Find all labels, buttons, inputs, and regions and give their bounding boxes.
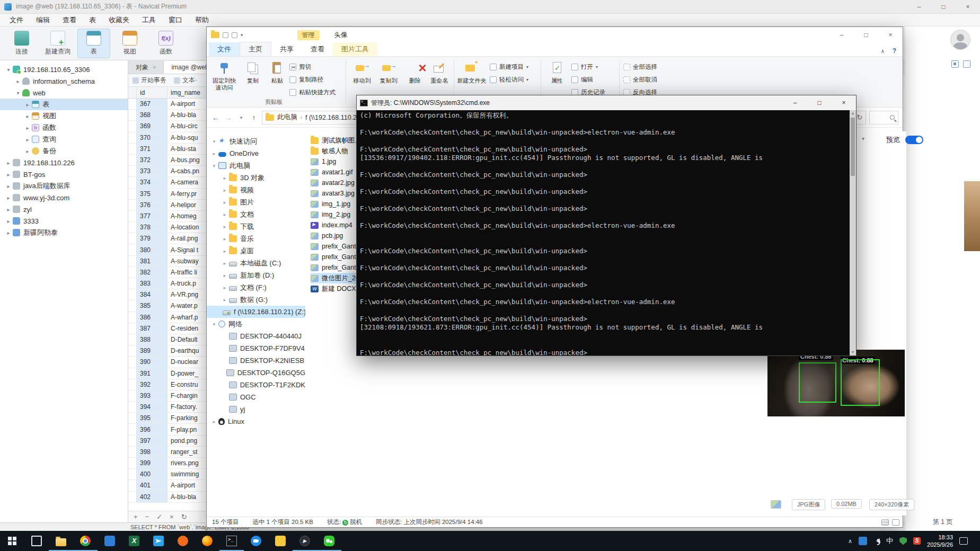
toolbar-button[interactable]: 视图: [113, 29, 146, 58]
notification-center-icon[interactable]: [959, 537, 968, 545]
tree-item[interactable]: information_schema: [0, 75, 128, 87]
taskbar-app-button[interactable]: [98, 531, 122, 551]
record-toolbar-button[interactable]: ↻: [181, 513, 187, 521]
tree-item[interactable]: 备份: [0, 145, 128, 157]
new-item-button[interactable]: 新建项目▾: [490, 61, 528, 73]
tree-item[interactable]: 192.168.110.65_3306: [0, 64, 128, 75]
nav-item[interactable]: 此电脑: [207, 159, 305, 172]
nav-item[interactable]: 文档: [207, 208, 305, 220]
menu-item[interactable]: 帮助: [189, 14, 215, 26]
nav-item[interactable]: 下载: [207, 220, 305, 233]
menu-item[interactable]: 表: [83, 14, 102, 26]
taskbar-app-button[interactable]: [0, 531, 24, 551]
refresh-icon[interactable]: ↻: [857, 113, 862, 121]
copy-button[interactable]: 复制: [240, 59, 266, 104]
chevron-down-icon[interactable]: ▾: [241, 32, 243, 38]
grid-toolbar-button[interactable]: 文本·: [174, 76, 197, 85]
tree-item[interactable]: web: [0, 87, 128, 99]
up-button[interactable]: ↑: [249, 113, 259, 122]
list-view-icon[interactable]: [963, 60, 970, 68]
record-toolbar-button[interactable]: ✓: [156, 513, 162, 521]
menu-item[interactable]: 查看: [56, 14, 83, 26]
ribbon-tab[interactable]: 主页: [240, 42, 271, 56]
maximize-button[interactable]: □: [931, 0, 956, 13]
taskbar-app-button[interactable]: [244, 531, 268, 551]
taskbar-clock[interactable]: 18:33 2025/9/26: [927, 534, 953, 549]
select-all-button[interactable]: 全部选择: [623, 61, 657, 73]
nav-item[interactable]: 桌面: [207, 245, 305, 257]
pagination[interactable]: 第 1 页: [905, 518, 980, 527]
minimize-button[interactable]: –: [783, 95, 807, 110]
preview-toggle-switch[interactable]: [905, 136, 923, 144]
tree-item[interactable]: 新疆阿勒泰: [0, 227, 128, 238]
quick-access-icon[interactable]: [232, 32, 237, 38]
close-button[interactable]: ×: [956, 0, 980, 13]
ribbon-tab[interactable]: 图片工具: [333, 42, 377, 56]
nav-item[interactable]: DESKTOP-T1F2KDK: [207, 379, 305, 391]
toolbar-button[interactable]: 表: [77, 29, 110, 58]
nav-item[interactable]: 音乐: [207, 233, 305, 245]
object-tab[interactable]: 对象 ×: [128, 61, 164, 74]
tab-close-icon[interactable]: ×: [153, 64, 156, 70]
menu-item[interactable]: 编辑: [30, 14, 56, 26]
open-button[interactable]: 打开▾: [571, 61, 598, 73]
back-button[interactable]: ←: [211, 113, 220, 122]
breadcrumb-network-path[interactable]: f (\\192.168.110.2: [305, 114, 357, 121]
tree-item[interactable]: 3333: [0, 215, 128, 227]
tree-item[interactable]: 192.168.110.226: [0, 157, 128, 168]
taskbar-app-button[interactable]: [219, 531, 244, 551]
forward-button[interactable]: →: [224, 113, 233, 122]
ribbon-tab[interactable]: 共享: [271, 42, 302, 56]
chevron-down-icon[interactable]: ▾: [862, 136, 864, 141]
menu-item[interactable]: 收藏夹: [102, 14, 136, 26]
taskbar-app-button[interactable]: [293, 531, 317, 551]
user-avatar[interactable]: [950, 30, 970, 50]
grid-view-icon[interactable]: [951, 60, 959, 68]
security-shield-icon[interactable]: [899, 537, 907, 545]
nav-item[interactable]: OGC: [207, 391, 305, 403]
nav-item[interactable]: DESKTOP-F7DF9V4: [207, 342, 305, 354]
taskbar-app-button[interactable]: [317, 531, 341, 551]
tree-item[interactable]: 查询: [0, 134, 128, 145]
volume-icon[interactable]: [873, 538, 880, 544]
tree-item[interactable]: zyl: [0, 203, 128, 215]
nav-item[interactable]: 快速访问: [207, 135, 305, 147]
scroll-up-icon[interactable]: ▲: [850, 110, 856, 117]
scroll-down-icon[interactable]: ▼: [850, 349, 856, 356]
nav-item[interactable]: 本地磁盘 (C:): [207, 257, 305, 269]
close-button[interactable]: ×: [832, 95, 856, 110]
easy-access-button[interactable]: 轻松访问▾: [490, 74, 528, 85]
nav-item[interactable]: f (\\192.168.110.21) (Z:): [207, 306, 305, 318]
nav-item[interactable]: 网络: [207, 318, 305, 330]
copy-path-button[interactable]: 复制路径: [289, 74, 323, 85]
tree-item[interactable]: BT-gos: [0, 168, 128, 180]
menu-item[interactable]: 文件: [3, 14, 30, 26]
taskbar-app-button[interactable]: [195, 531, 219, 551]
tray-app-icon[interactable]: [859, 537, 867, 545]
ribbon-tab[interactable]: 文件: [209, 42, 240, 56]
scrollbar[interactable]: ▲ ▼: [850, 110, 856, 356]
maximize-button[interactable]: □: [807, 95, 832, 110]
scrollbar-thumb[interactable]: [851, 118, 855, 176]
taskbar-app-button[interactable]: [122, 531, 146, 551]
close-button[interactable]: ×: [878, 27, 903, 43]
nav-item[interactable]: 3D 对象: [207, 172, 305, 184]
recent-locations-chevron[interactable]: ▾: [236, 115, 246, 120]
minimize-button[interactable]: –: [829, 27, 854, 43]
toolbar-button[interactable]: 函数: [149, 29, 182, 58]
taskbar-app-button[interactable]: [49, 531, 73, 551]
taskbar-app-button[interactable]: [73, 531, 98, 551]
image-thumbnail-icon[interactable]: [771, 500, 781, 509]
select-none-button[interactable]: 全部取消: [623, 74, 657, 85]
tree-item[interactable]: 函数: [0, 122, 128, 134]
nav-item[interactable]: 数据 (G:): [207, 294, 305, 306]
nav-item[interactable]: 视频: [207, 184, 305, 196]
nav-item[interactable]: 文档 (F:): [207, 281, 305, 294]
record-toolbar-button[interactable]: −: [145, 513, 149, 521]
record-toolbar-button[interactable]: +: [134, 513, 138, 521]
ime-indicator[interactable]: 中: [886, 536, 893, 546]
column-header-id[interactable]: id: [137, 87, 167, 98]
maximize-button[interactable]: □: [854, 27, 878, 43]
nav-item[interactable]: 图片: [207, 196, 305, 208]
quick-access-icon[interactable]: [223, 32, 228, 38]
